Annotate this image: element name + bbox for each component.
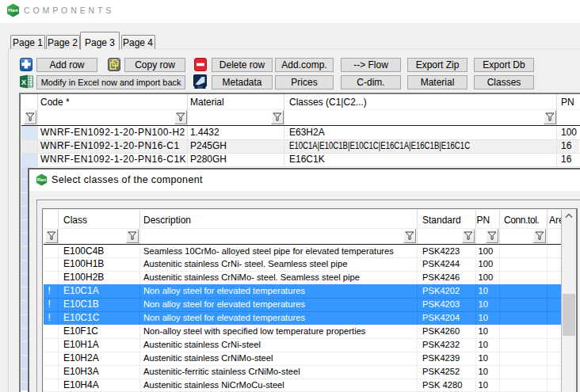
svg-text:Plant: Plant — [8, 8, 18, 13]
svg-text:Plant: Plant — [37, 178, 47, 182]
svg-text:X: X — [21, 78, 26, 86]
svg-text:TXT: TXT — [197, 86, 204, 89]
